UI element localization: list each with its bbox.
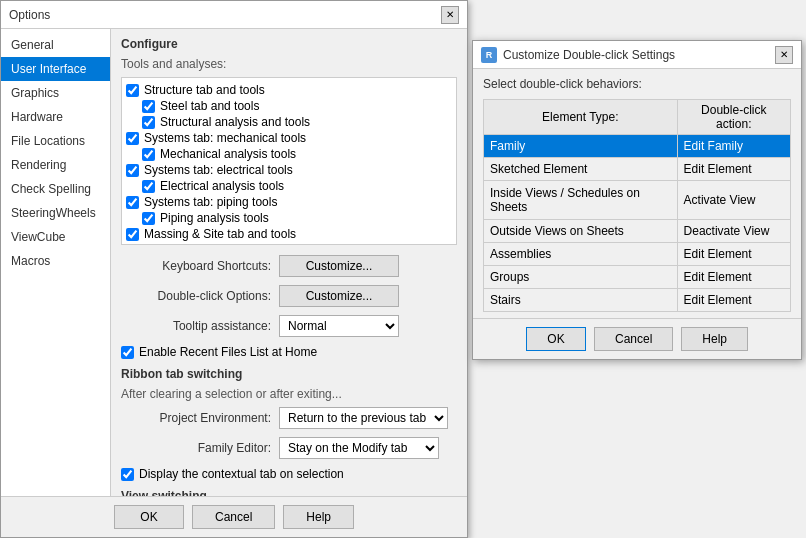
dialog-body: Select double-click behaviors: Element T… [473, 69, 801, 318]
checkbox-massing-input[interactable] [126, 228, 139, 241]
project-env-select[interactable]: Return to the previous tab [279, 407, 448, 429]
view-switching-title: View switching [121, 489, 457, 496]
table-cell-action: Deactivate View [677, 219, 790, 242]
checkbox-systems-elec-input[interactable] [126, 164, 139, 177]
tooltip-select[interactable]: Normal [279, 315, 399, 337]
options-main-content: Configure Tools and analyses: Structure … [111, 29, 467, 496]
keyboard-shortcuts-button[interactable]: Customize... [279, 255, 399, 277]
table-cell-element: Assemblies [484, 242, 678, 265]
double-click-button[interactable]: Customize... [279, 285, 399, 307]
dialog-icon: R [481, 47, 497, 63]
dialog-help-button[interactable]: Help [681, 327, 748, 351]
checkbox-mech-analysis-input[interactable] [142, 148, 155, 161]
table-cell-element: Family [484, 135, 678, 158]
display-contextual-label: Display the contextual tab on selection [139, 467, 344, 481]
checkbox-structural-analysis-label: Structural analysis and tools [160, 115, 310, 129]
checkbox-mech-analysis-label: Mechanical analysis tools [160, 147, 296, 161]
enable-recent-label: Enable Recent Files List at Home [139, 345, 317, 359]
sidebar-item-graphics[interactable]: Graphics [1, 81, 110, 105]
dialog-title-text: Customize Double-click Settings [503, 48, 675, 62]
dialog-ok-button[interactable]: OK [526, 327, 586, 351]
sidebar-item-viewcube[interactable]: ViewCube [1, 225, 110, 249]
checkbox-structure-input[interactable] [126, 84, 139, 97]
table-row[interactable]: Assemblies Edit Element [484, 242, 791, 265]
options-sidebar: General User Interface Graphics Hardware… [1, 29, 111, 496]
project-env-row: Project Environment: Return to the previ… [121, 407, 457, 429]
sidebar-item-rendering[interactable]: Rendering [1, 153, 110, 177]
sidebar-item-steeringwheels[interactable]: SteeringWheels [1, 201, 110, 225]
sidebar-item-hardware[interactable]: Hardware [1, 105, 110, 129]
table-cell-element: Outside Views on Sheets [484, 219, 678, 242]
options-ok-button[interactable]: OK [114, 505, 184, 529]
checkbox-systems-piping-label: Systems tab: piping tools [144, 195, 277, 209]
dialog-cancel-button[interactable]: Cancel [594, 327, 673, 351]
checkbox-structure: Structure tab and tools [126, 82, 452, 98]
options-title: Options [9, 8, 50, 22]
checkbox-steel-label: Steel tab and tools [160, 99, 259, 113]
checkbox-piping-analysis-label: Piping analysis tools [160, 211, 269, 225]
table-row[interactable]: Family Edit Family [484, 135, 791, 158]
checkbox-systems-mech-input[interactable] [126, 132, 139, 145]
family-editor-row: Family Editor: Stay on the Modify tab [121, 437, 457, 459]
table-cell-element: Stairs [484, 288, 678, 311]
tools-label: Tools and analyses: [121, 57, 457, 71]
sidebar-item-file-locations[interactable]: File Locations [1, 129, 110, 153]
checkbox-massing-label: Massing & Site tab and tools [144, 227, 296, 241]
col-action: Double-click action: [677, 100, 790, 135]
checkbox-systems-elec: Systems tab: electrical tools [126, 162, 452, 178]
checkbox-systems-piping: Systems tab: piping tools [126, 194, 452, 210]
keyboard-shortcuts-label: Keyboard Shortcuts: [121, 259, 271, 273]
enable-recent-checkbox[interactable] [121, 346, 134, 359]
checkbox-structural-analysis-input[interactable] [142, 116, 155, 129]
table-cell-action: Edit Element [677, 242, 790, 265]
checkbox-systems-mech-label: Systems tab: mechanical tools [144, 131, 306, 145]
sidebar-item-general[interactable]: General [1, 33, 110, 57]
tooltip-label: Tooltip assistance: [121, 319, 271, 333]
checkbox-elec-analysis-label: Electrical analysis tools [160, 179, 284, 193]
options-body: General User Interface Graphics Hardware… [1, 29, 467, 496]
checkbox-elec-analysis: Electrical analysis tools [126, 178, 452, 194]
family-editor-label: Family Editor: [121, 441, 271, 455]
dialog-close-button[interactable]: ✕ [775, 46, 793, 64]
checkbox-systems-piping-input[interactable] [126, 196, 139, 209]
options-help-button[interactable]: Help [283, 505, 354, 529]
table-row[interactable]: Inside Views / Schedules on Sheets Activ… [484, 181, 791, 219]
sidebar-item-macros[interactable]: Macros [1, 249, 110, 273]
table-row[interactable]: Stairs Edit Element [484, 288, 791, 311]
dialog-icon-text: R [486, 50, 493, 60]
project-env-label: Project Environment: [121, 411, 271, 425]
sidebar-item-check-spelling[interactable]: Check Spelling [1, 177, 110, 201]
options-footer: OK Cancel Help [1, 496, 467, 537]
table-cell-action: Edit Element [677, 288, 790, 311]
family-editor-select[interactable]: Stay on the Modify tab [279, 437, 439, 459]
ribbon-section-title: Ribbon tab switching [121, 367, 457, 381]
customize-dialog: R Customize Double-click Settings ✕ Sele… [472, 40, 802, 360]
configure-section-title: Configure [121, 37, 457, 51]
checkbox-steel: Steel tab and tools [126, 98, 452, 114]
table-cell-action: Edit Family [677, 135, 790, 158]
checkbox-mech-analysis: Mechanical analysis tools [126, 146, 452, 162]
options-cancel-button[interactable]: Cancel [192, 505, 275, 529]
checkbox-piping-analysis-input[interactable] [142, 212, 155, 225]
sidebar-item-user-interface[interactable]: User Interface [1, 57, 110, 81]
checkbox-piping-analysis: Piping analysis tools [126, 210, 452, 226]
checkbox-massing: Massing & Site tab and tools [126, 226, 452, 242]
double-click-row: Double-click Options: Customize... [121, 285, 457, 307]
table-cell-action: Activate View [677, 181, 790, 219]
table-cell-action: Edit Element [677, 158, 790, 181]
options-close-button[interactable]: ✕ [441, 6, 459, 24]
table-cell-element: Inside Views / Schedules on Sheets [484, 181, 678, 219]
dialog-titlebar: R Customize Double-click Settings ✕ [473, 41, 801, 69]
dclick-table: Element Type: Double-click action: Famil… [483, 99, 791, 312]
checkbox-elec-analysis-input[interactable] [142, 180, 155, 193]
options-titlebar: Options ✕ [1, 1, 467, 29]
table-row[interactable]: Groups Edit Element [484, 265, 791, 288]
table-row[interactable]: Outside Views on Sheets Deactivate View [484, 219, 791, 242]
checkbox-steel-input[interactable] [142, 100, 155, 113]
double-click-label: Double-click Options: [121, 289, 271, 303]
display-contextual-checkbox[interactable] [121, 468, 134, 481]
table-row[interactable]: Sketched Element Edit Element [484, 158, 791, 181]
display-contextual-row: Display the contextual tab on selection [121, 467, 457, 481]
dialog-footer: OK Cancel Help [473, 318, 801, 359]
col-element-type: Element Type: [484, 100, 678, 135]
